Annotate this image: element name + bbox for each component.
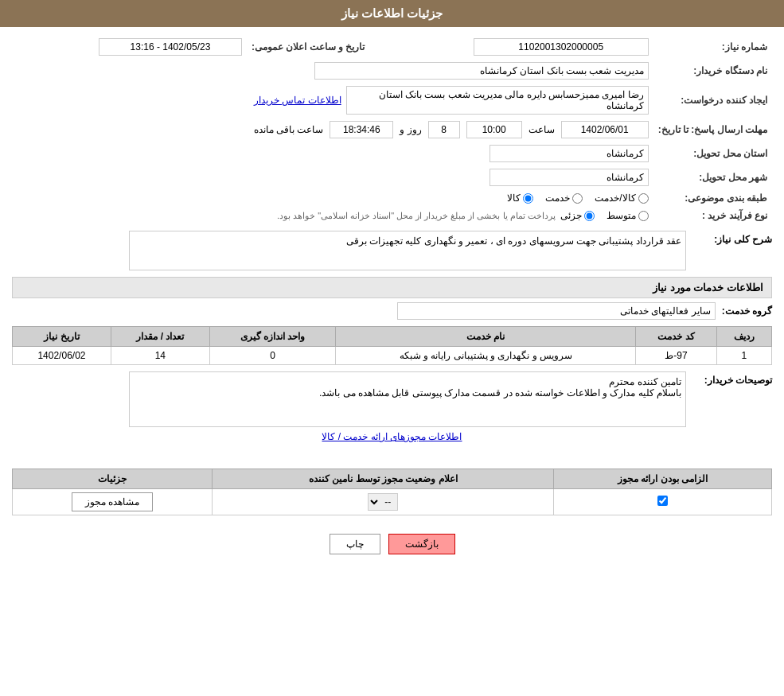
- label-now-farayand: نوع فرآیند خرید :: [653, 207, 772, 224]
- input-ostan: کرمانشاه: [490, 145, 649, 162]
- input-date: 1402/06/01: [561, 121, 649, 138]
- cell-vahed: 0: [209, 347, 336, 365]
- input-remaining: 18:34:46: [330, 121, 393, 138]
- value-nam-dastgah: مدیریت شعب بست بانک استان کرمانشاه: [12, 59, 653, 83]
- value-ostan: کرمانشاه: [12, 142, 653, 165]
- label-tarikh-aelan: تاریخ و ساعت اعلان عمومی:: [247, 35, 369, 59]
- mojavez-link-text: اطلاعات مجوزهای ارائه خدمت / کالا: [322, 431, 462, 442]
- back-button[interactable]: بازگشت: [388, 534, 455, 554]
- col-tedad: تعداد / مقدار: [111, 327, 209, 347]
- row-ijad-konande: ایجاد کننده درخواست: رضا امیری ممیزحسابس…: [12, 83, 772, 118]
- radio-jozi: جزئی: [560, 210, 595, 221]
- radio-kala-khedmat: کالا/خدمت: [595, 192, 648, 204]
- saat-label: ساعت: [529, 124, 555, 135]
- services-table-head: ردیف کد خدمت نام خدمت واحد اندازه گیری ت…: [13, 327, 772, 347]
- cell-elzami: [554, 489, 772, 515]
- col-kod: کد خدمت: [636, 327, 717, 347]
- roz-label: روز و: [400, 124, 421, 135]
- row-ostan: استان محل تحویل: کرمانشاه: [12, 142, 772, 165]
- radio-farayand: متوسط جزئی: [560, 210, 649, 221]
- list-item: -- مشاهده مجوز: [13, 489, 772, 515]
- services-table: ردیف کد خدمت نام خدمت واحد اندازه گیری ت…: [12, 326, 772, 365]
- licenses-table: الزامی بودن ارائه مجوز اعلام وضعیت مجوز …: [12, 469, 772, 515]
- page-title: جزئیات اطلاعات نیاز: [341, 6, 443, 20]
- row-now-farayand: نوع فرآیند خرید : متوسط جزئی: [12, 207, 772, 224]
- checkbox-elzami[interactable]: [657, 496, 668, 506]
- ealam-cell-inner: --: [219, 493, 547, 511]
- licenses-header-row: الزامی بودن ارائه مجوز اعلام وضعیت مجوز …: [13, 469, 772, 489]
- input-grooh: سایر فعالیتهای خدماتی: [397, 302, 716, 320]
- radio-motevaset-input[interactable]: [638, 211, 649, 221]
- radio-khedmat-input[interactable]: [572, 193, 583, 204]
- value-shomare: 1102001302000005: [369, 35, 653, 59]
- radio-jozi-label: جزئی: [560, 210, 582, 221]
- row-tabaqe: طبقه بندی موضوعی: کالا/خدمت خدمت: [12, 189, 772, 207]
- value-now-farayand: متوسط جزئی پرداخت تمام یا بخشی از مبلغ خ…: [12, 207, 653, 224]
- row-shomare: شماره نیاز: 1102001302000005 تاریخ و ساع…: [12, 35, 772, 59]
- row-nam-dastgah: نام دستگاه خریدار: مدیریت شعب بست بانک ا…: [12, 59, 772, 83]
- page-container: جزئیات اطلاعات نیاز شماره نیاز: 11020013…: [0, 0, 784, 696]
- label-shomare: شماره نیاز:: [653, 35, 772, 59]
- radio-kala: کالا: [507, 192, 533, 204]
- spacer: [12, 446, 772, 462]
- label-tabaqe: طبقه بندی موضوعی:: [653, 189, 772, 207]
- label-tosehat: توصیحات خریدار:: [692, 371, 772, 386]
- input-roz: 8: [428, 121, 460, 138]
- khadamat-section-header: اطلاعات خدمات مورد نیاز: [12, 277, 772, 298]
- cell-ealam: --: [213, 489, 554, 515]
- mojavez-section-link[interactable]: اطلاعات مجوزهای ارائه خدمت / کالا: [12, 431, 772, 442]
- input-tosehat[interactable]: [129, 371, 686, 427]
- radio-kala-khedmat-input[interactable]: [638, 193, 649, 204]
- sharh-koli-wrapper: شرح کلی نیاز:: [12, 231, 772, 270]
- bottom-buttons: بازگشت چاپ: [12, 522, 772, 566]
- col-tarikh: تاریخ نیاز: [13, 327, 111, 347]
- col-name: نام خدمت: [336, 327, 636, 347]
- row-shahr: شهر محل تحویل: کرمانشاه: [12, 165, 772, 189]
- select-ealam[interactable]: --: [368, 493, 398, 511]
- cell-joziyat: مشاهده مجوز: [13, 489, 213, 515]
- services-header-row: ردیف کد خدمت نام خدمت واحد اندازه گیری ت…: [13, 327, 772, 347]
- link-info-tamas[interactable]: اطلاعات تماس خریدار: [254, 95, 341, 106]
- date-row: 1402/06/01 ساعت 10:00 8 روز و 18:34:46 س…: [17, 121, 649, 138]
- radio-kala-khedmat-label: کالا/خدمت: [595, 192, 635, 204]
- main-info-table: شماره نیاز: 1102001302000005 تاریخ و ساع…: [12, 35, 772, 224]
- licenses-table-body: -- مشاهده مجوز: [13, 489, 772, 515]
- services-table-body: 1 97-ط سرویس و نگهداری و پشتیبانی رایانه…: [13, 347, 772, 365]
- col-elzami: الزامی بودن ارائه مجوز: [554, 469, 772, 489]
- ijad-inline: رضا امیری ممیزحسابس دایره مالی مدیریت شع…: [17, 86, 649, 115]
- input-shahr: کرمانشاه: [490, 169, 649, 186]
- input-tarikh-aelan: 1402/05/23 - 13:16: [99, 38, 242, 56]
- label-grooh: گروه خدمت:: [722, 305, 772, 317]
- value-ijad-konande: رضا امیری ممیزحسابس دایره مالی مدیریت شع…: [12, 83, 653, 118]
- table-row: 1 97-ط سرویس و نگهداری و پشتیبانی رایانه…: [13, 347, 772, 365]
- radio-motevaset: متوسط: [607, 210, 649, 221]
- buyer-notes-wrapper: توصیحات خریدار:: [12, 371, 772, 427]
- col-radif: ردیف: [716, 327, 771, 347]
- cell-tarikh: 1402/06/02: [13, 347, 111, 365]
- content-area: شماره نیاز: 1102001302000005 تاریخ و ساع…: [0, 27, 784, 574]
- radio-kala-input[interactable]: [523, 193, 533, 204]
- view-mojavez-button[interactable]: مشاهده مجوز: [72, 492, 153, 511]
- page-header: جزئیات اطلاعات نیاز: [0, 0, 784, 27]
- radio-khedmat-label: خدمت: [545, 192, 570, 204]
- label-nam-dastgah: نام دستگاه خریدار:: [653, 59, 772, 83]
- value-tarikh-aelan: 1402/05/23 - 13:16: [12, 35, 247, 59]
- radio-khedmat: خدمت: [545, 192, 583, 204]
- print-button[interactable]: چاپ: [330, 534, 380, 554]
- col-vahed: واحد اندازه گیری: [209, 327, 336, 347]
- label-sharh-koli: شرح کلی نیاز:: [692, 231, 772, 245]
- remaining-label: ساعت باقی مانده: [254, 124, 324, 135]
- value-shahr: کرمانشاه: [12, 165, 653, 189]
- label-shahr: شهر محل تحویل:: [653, 165, 772, 189]
- radio-tabaqe: کالا/خدمت خدمت کالا: [17, 192, 649, 204]
- col-ealam: اعلام وضعیت مجوز توسط نامین کننده: [213, 469, 554, 489]
- cell-kod: 97-ط: [636, 347, 717, 365]
- input-nam-dastgah: مدیریت شعب بست بانک استان کرمانشاه: [314, 62, 649, 80]
- value-mohlat: 1402/06/01 ساعت 10:00 8 روز و 18:34:46 س…: [12, 118, 653, 142]
- input-shomare: 1102001302000005: [474, 38, 649, 56]
- input-sharh-koli[interactable]: [129, 231, 686, 270]
- cell-radif: 1: [716, 347, 771, 365]
- radio-jozi-input[interactable]: [584, 211, 595, 221]
- row-mohlat: مهلت ارسال پاسخ: تا تاریخ: 1402/06/01 سا…: [12, 118, 772, 142]
- licenses-table-head: الزامی بودن ارائه مجوز اعلام وضعیت مجوز …: [13, 469, 772, 489]
